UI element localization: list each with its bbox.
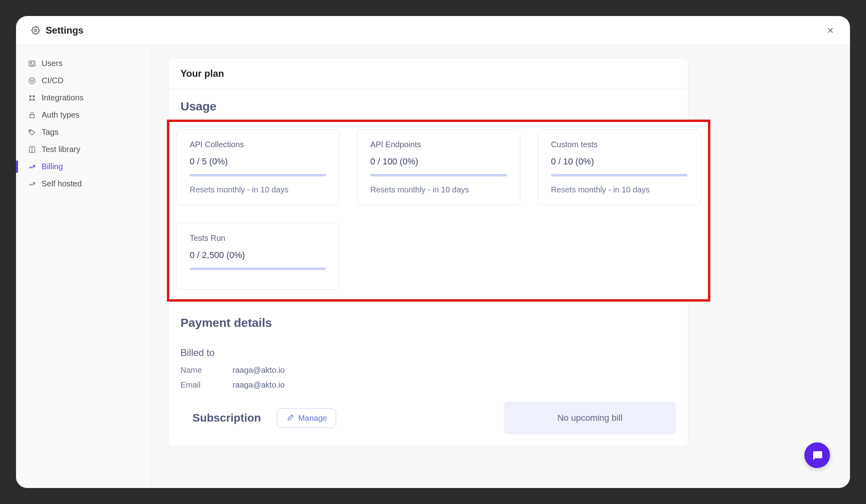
book-icon: [28, 146, 36, 154]
cicd-icon: [28, 77, 36, 85]
usage-title: Usage: [168, 89, 688, 118]
svg-rect-11: [30, 115, 34, 118]
usage-label: Tests Run: [190, 234, 326, 243]
svg-point-5: [31, 80, 33, 82]
sidebar-item-label: Auth types: [42, 110, 80, 120]
usage-card-api-endpoints: API Endpoints 0 / 100 (0%) Resets monthl…: [357, 129, 520, 205]
name-label: Name: [180, 366, 204, 375]
svg-point-0: [34, 29, 37, 32]
svg-point-6: [29, 78, 35, 84]
self-hosted-icon: [28, 180, 36, 188]
billing-icon: [28, 163, 36, 171]
svg-rect-8: [33, 95, 35, 97]
sidebar-item-label: Users: [42, 59, 62, 68]
manage-button[interactable]: Manage: [277, 408, 336, 428]
chat-fab[interactable]: [804, 442, 830, 468]
close-icon[interactable]: [826, 26, 835, 35]
pencil-icon: [286, 414, 294, 422]
progress-bar: [190, 174, 326, 176]
progress-bar: [551, 174, 688, 176]
chat-icon: [811, 449, 823, 461]
usage-reset: Resets monthly - in 10 days: [190, 185, 326, 194]
sidebar-item-label: CI/CD: [42, 76, 63, 85]
sidebar-item-tags[interactable]: Tags: [16, 124, 152, 141]
progress-bar: [370, 174, 507, 176]
usage-value: 0 / 10 (0%): [551, 156, 688, 167]
sidebar-item-label: Integrations: [42, 93, 84, 102]
sidebar-item-billing[interactable]: Billing: [16, 158, 152, 175]
sidebar-item-test-library[interactable]: Test library: [16, 141, 152, 158]
plan-title: Your plan: [180, 68, 676, 79]
name-value: raaga@akto.io: [233, 366, 285, 375]
sidebar-item-cicd[interactable]: CI/CD: [16, 72, 152, 89]
usage-value: 0 / 5 (0%): [190, 156, 326, 167]
settings-gear-icon: [31, 26, 40, 35]
usage-value: 0 / 100 (0%): [370, 156, 507, 167]
usage-card-api-collections: API Collections 0 / 5 (0%) Resets monthl…: [176, 129, 339, 205]
users-icon: [28, 60, 36, 68]
progress-bar: [190, 268, 326, 270]
subscription-title: Subscription: [192, 412, 261, 424]
tags-icon: [28, 128, 36, 136]
email-value: raaga@akto.io: [233, 380, 285, 390]
usage-highlight-box: API Collections 0 / 5 (0%) Resets monthl…: [167, 120, 710, 302]
usage-label: API Collections: [190, 140, 326, 149]
sidebar-item-auth-types[interactable]: Auth types: [16, 106, 152, 124]
upcoming-bill-card: No upcoming bill: [504, 402, 676, 434]
no-upcoming-bill-text: No upcoming bill: [557, 413, 623, 423]
usage-reset: Resets monthly - in 10 days: [370, 185, 507, 194]
sidebar-item-label: Tags: [42, 128, 58, 137]
svg-point-12: [30, 130, 31, 132]
usage-value: 0 / 2,500 (0%): [190, 250, 326, 260]
usage-reset: Resets monthly - in 10 days: [551, 185, 688, 194]
billed-to-label: Billed to: [180, 347, 676, 358]
sidebar-item-label: Self hosted: [42, 179, 82, 188]
usage-label: Custom tests: [551, 140, 688, 149]
lock-icon: [28, 111, 36, 119]
sidebar-item-integrations[interactable]: Integrations: [16, 89, 152, 106]
integrations-icon: [28, 94, 36, 102]
usage-label: API Endpoints: [370, 140, 507, 149]
usage-card-custom-tests: Custom tests 0 / 10 (0%) Resets monthly …: [538, 129, 701, 205]
svg-rect-10: [33, 98, 35, 100]
settings-sidebar: Users CI/CD Integrations Auth types Tags: [16, 45, 152, 488]
sidebar-item-label: Test library: [42, 145, 80, 154]
manage-button-label: Manage: [298, 414, 327, 423]
svg-rect-7: [29, 95, 31, 97]
usage-card-tests-run: Tests Run 0 / 2,500 (0%): [176, 223, 339, 290]
modal-title: Settings: [46, 25, 84, 36]
sidebar-item-users[interactable]: Users: [16, 55, 152, 72]
svg-point-4: [30, 62, 32, 63]
sidebar-item-self-hosted[interactable]: Self hosted: [16, 175, 152, 192]
sidebar-item-label: Billing: [42, 162, 63, 171]
payment-details-title: Payment details: [180, 306, 676, 338]
svg-rect-9: [29, 98, 31, 100]
svg-rect-3: [29, 61, 35, 66]
email-label: Email: [180, 380, 204, 390]
